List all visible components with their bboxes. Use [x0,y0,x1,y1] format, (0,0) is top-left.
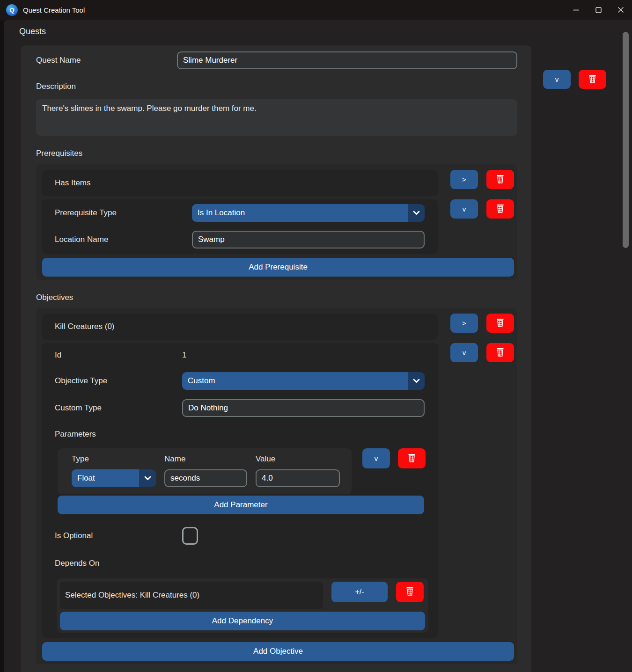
prerequisites-section: Has Items > Prerequisite Type Is In Loca… [36,164,517,280]
depends-on-heading: Depends On [55,559,425,568]
parameter-buttons: v [362,448,426,468]
chevron-collapse-icon: v [463,349,466,357]
add-parameter-button[interactable]: Add Parameter [58,496,424,514]
prerequisite-item-delete-button[interactable] [486,170,514,189]
quest-delete-button[interactable] [579,70,606,89]
location-name-row: Location Name [55,231,425,248]
prerequisite-item-expand-button[interactable]: > [450,170,478,189]
parameter-collapse-button[interactable]: v [362,448,390,468]
app-logo-icon: Q [6,4,18,16]
quest-card: Quest Name Description There's slimes in… [21,45,531,672]
objective-type-row: Objective Type Custom [55,372,425,390]
location-name-label: Location Name [55,235,192,244]
add-objective-button[interactable]: Add Objective [42,642,514,661]
minimize-button[interactable] [565,0,587,20]
parameter-name-header: Name [164,454,256,464]
prerequisite-type-label: Prerequisite Type [55,208,192,218]
description-textarea[interactable]: There's slimes in the swamp. Please go m… [36,99,517,136]
objective-type-label: Objective Type [55,376,182,386]
parameter-delete-button[interactable] [398,448,426,468]
chevron-expand-icon: > [462,319,466,327]
parameter-name-input[interactable] [164,469,247,487]
depends-on-panel: Selected Objectives: Kill Creatures (0) … [57,578,428,633]
objective-id-label: Id [55,351,182,360]
is-optional-label: Is Optional [55,531,182,541]
maximize-icon [595,7,602,13]
add-prerequisite-button[interactable]: Add Prerequisite [42,258,514,277]
quest-name-row: Quest Name [36,51,517,69]
objective-delete-button[interactable] [486,343,514,362]
page-title: Quests [4,20,632,37]
dependency-toggle-button[interactable]: +/- [331,582,388,602]
objective-item-expand-button[interactable]: > [450,314,478,333]
parameter-row: Type Name Value Float [58,448,427,494]
close-icon [617,7,624,13]
objective-type-value: Custom [182,372,408,390]
quest-name-label: Quest Name [36,56,177,65]
objective-editor-buttons: v [450,343,514,362]
parameter-type-value: Float [72,469,139,487]
parameter-type-header: Type [72,454,164,464]
is-optional-checkbox[interactable] [182,527,198,545]
maximize-button[interactable] [587,0,610,20]
description-label: Description [36,82,517,91]
prerequisite-type-row: Prerequisite Type Is In Location [55,204,425,222]
window-title: Quest Creation Tool [23,6,85,14]
prerequisite-item-header: Has Items [42,170,438,196]
prerequisite-delete-button[interactable] [486,199,514,219]
parameter-panel: Type Name Value Float [58,448,352,494]
location-name-input[interactable] [192,231,425,248]
objective-editor: Id 1 Objective Type Custom Custom Type [42,343,438,638]
selected-objectives-text: Selected Objectives: Kill Creatures (0) [65,591,199,600]
objective-type-select[interactable]: Custom [182,372,425,390]
trash-icon [496,204,504,214]
parameter-fields: Float [72,469,352,487]
main-content: Quests v Quest Name Description There's … [4,20,632,672]
objective-item-delete-button[interactable] [486,314,514,333]
trash-icon [406,587,414,597]
chevron-down-icon [408,372,425,390]
minimize-icon [573,9,579,11]
custom-type-label: Custom Type [55,403,182,413]
prerequisite-type-select[interactable]: Is In Location [192,204,425,222]
objective-collapse-button[interactable]: v [450,343,478,362]
prerequisite-item-buttons: > [450,170,514,189]
trash-icon [496,318,504,329]
prerequisite-collapse-button[interactable]: v [450,199,478,219]
window-controls [565,0,632,20]
custom-type-input[interactable] [182,399,425,417]
prerequisite-editor: Prerequisite Type Is In Location Locatio… [42,199,438,254]
objectives-section: Kill Creatures (0) > Id 1 Objecti [36,308,517,664]
scrollbar-thumb[interactable] [623,32,629,248]
parameter-value-header: Value [256,454,343,464]
dependency-delete-button[interactable] [396,582,424,602]
trash-icon [496,175,504,185]
prerequisite-collapsed-row: Has Items > [42,170,514,196]
quest-name-input[interactable] [177,51,517,69]
objective-item-title: Kill Creatures (0) [55,322,115,331]
prerequisite-type-value: Is In Location [192,204,408,222]
objective-item-buttons: > [450,314,514,333]
chevron-down-icon [139,469,156,487]
quest-collapse-button[interactable]: v [543,70,571,89]
objectives-heading: Objectives [36,293,517,302]
parameter-type-select[interactable]: Float [72,469,156,487]
close-button[interactable] [610,0,632,20]
titlebar: Q Quest Creation Tool [0,0,632,20]
objective-id-value: 1 [182,351,186,360]
parameter-value-input[interactable] [256,469,340,487]
trash-icon [588,74,596,85]
parameters-area: Type Name Value Float [58,448,427,514]
chevron-collapse-icon: v [555,75,559,83]
chevron-collapse-icon: v [463,205,466,213]
add-dependency-button[interactable]: Add Dependency [60,612,425,630]
prerequisite-expanded-row: Prerequisite Type Is In Location Locatio… [42,199,514,254]
objective-collapsed-row: Kill Creatures (0) > [42,314,514,340]
chevron-down-icon [408,204,425,222]
parameters-heading: Parameters [55,430,425,439]
chevron-expand-icon: > [462,175,466,183]
prerequisite-editor-buttons: v [450,199,514,219]
objective-item-header: Kill Creatures (0) [42,314,438,340]
chevron-collapse-icon: v [375,454,378,462]
trash-icon [408,453,416,464]
